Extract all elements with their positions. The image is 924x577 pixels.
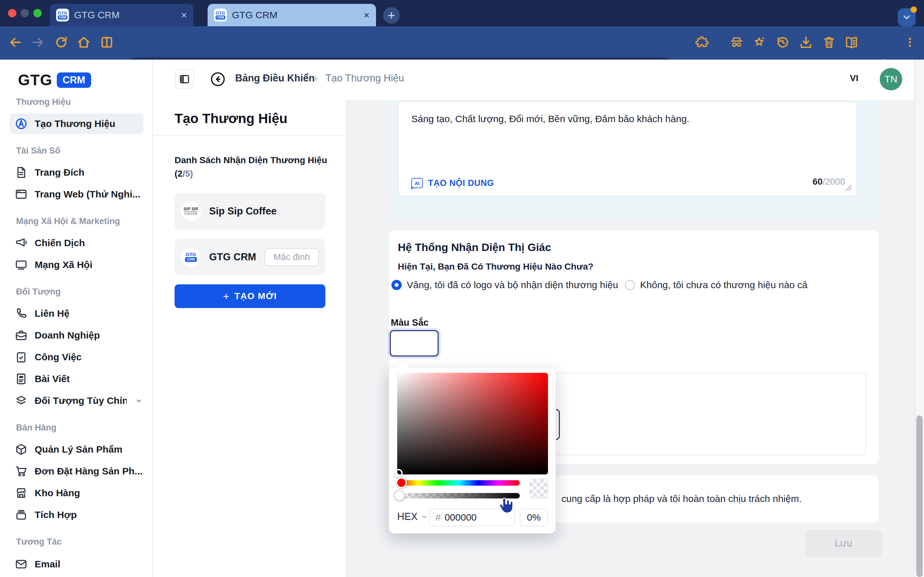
- reading-list-icon[interactable]: [843, 33, 861, 51]
- document-icon: [15, 166, 27, 179]
- breadcrumb-current: Tạo Thương Hiệu: [325, 73, 404, 84]
- resize-handle-icon[interactable]: [845, 184, 852, 191]
- cube-icon: [15, 443, 27, 456]
- sidebar-item-trang-web[interactable]: Trang Web (Thử Nghi...: [10, 184, 144, 205]
- panel-divider: [153, 135, 346, 136]
- breadcrumb-root[interactable]: Bảng Điều Khiển: [235, 73, 315, 84]
- color-swatch-input[interactable]: [390, 330, 439, 356]
- sidebar-item-mang-xa-hoi[interactable]: Mạng Xã Hội: [10, 255, 144, 275]
- hue-slider[interactable]: [397, 480, 520, 486]
- layers-icon: [15, 394, 27, 407]
- color-mode-select[interactable]: HEX: [397, 511, 429, 522]
- sidebar-toggle-button[interactable]: [175, 69, 194, 89]
- sidebar-section-label: Đối Tượng: [16, 282, 61, 301]
- notification-dot: [911, 6, 917, 13]
- site-favicon: GTGCRM: [56, 9, 69, 21]
- sidebar-item-doanh-nghiep[interactable]: Doanh Nghiệp: [10, 325, 144, 346]
- alpha-knob[interactable]: [394, 490, 405, 501]
- reading-mode-icon[interactable]: [98, 33, 116, 51]
- brand-description-card: Sáng tạo, Chất lượng, Đổi mới, Bền vững,…: [389, 100, 879, 221]
- tab-strip: GTGCRM GTG CRM × GTGCRM GTG CRM × +: [0, 0, 924, 26]
- browser-tab-1[interactable]: GTGCRM GTG CRM ×: [50, 4, 194, 26]
- logo-text: GTG: [18, 71, 52, 89]
- clipboard-check-icon: [15, 351, 27, 364]
- site-favicon: GTGCRM: [214, 9, 227, 21]
- forward-icon[interactable]: [29, 33, 47, 51]
- app-logo: GTG CRM: [18, 71, 91, 89]
- sidebar-item-tich-hop[interactable]: Tích Hợp: [10, 504, 144, 525]
- phone-icon: [15, 307, 27, 320]
- monitor-icon: [15, 258, 27, 271]
- language-switcher[interactable]: VI: [850, 73, 858, 83]
- alpha-input[interactable]: 0%: [520, 508, 548, 526]
- browser-toolbar: app.gtgcrm.com/content/brand-identity: [0, 26, 924, 60]
- back-icon[interactable]: [6, 33, 24, 51]
- description-textarea[interactable]: Sáng tạo, Chất lượng, Đổi mới, Bền vững,…: [398, 101, 857, 197]
- brand-count-current: (2: [174, 169, 183, 179]
- tab-title: GTG CRM: [74, 10, 176, 21]
- sidebar-item-cong-viec[interactable]: Công Việc: [10, 347, 144, 367]
- article-icon: [15, 372, 27, 385]
- close-tab-icon[interactable]: ×: [181, 10, 187, 20]
- extensions-icon[interactable]: [693, 33, 711, 51]
- color-picker-popup: HEX # 000000 0%: [389, 367, 556, 533]
- save-button[interactable]: Lưu: [805, 530, 882, 557]
- color-label: Màu Sắc: [391, 318, 429, 328]
- bookmark-sparkle-icon[interactable]: [751, 33, 769, 51]
- zoom-window-button[interactable]: [33, 9, 42, 17]
- close-tab-icon[interactable]: ×: [363, 10, 370, 20]
- sidebar-item-lien-he[interactable]: Liên Hệ: [10, 303, 144, 324]
- sidebar-item-don-dat-hang[interactable]: Đơn Đặt Hàng Sản Ph...: [10, 461, 144, 482]
- trash-icon[interactable]: [820, 33, 838, 51]
- tab-title: GTG CRM: [232, 10, 359, 21]
- downloads-icon[interactable]: [797, 33, 815, 51]
- brand-list-item-sipsip[interactable]: SIP SIP COFFEE Sip Sip Coffee: [174, 193, 325, 229]
- menu-dots-icon[interactable]: [901, 33, 919, 51]
- sidebar-section-label: Bán Hàng: [16, 418, 57, 437]
- incognito-icon[interactable]: [728, 33, 746, 51]
- sidebar-item-doi-tuong-tuy-chinh[interactable]: Đối Tượng Tùy Chỉnh: [10, 390, 144, 411]
- sidebar-item-bai-viet[interactable]: Bài Viết: [10, 369, 144, 389]
- visual-title: Hệ Thống Nhận Diện Thị Giác: [398, 241, 551, 253]
- saturation-area[interactable]: [397, 373, 548, 474]
- tab-search-button[interactable]: [898, 8, 916, 26]
- radio-option-no[interactable]: Không, tôi chưa có thương hiệu nào cả: [625, 279, 808, 290]
- sidebar-item-email[interactable]: Email: [10, 554, 144, 574]
- minimize-window-button[interactable]: [21, 9, 29, 17]
- create-new-button[interactable]: + TẠO MỚI: [174, 284, 325, 308]
- ai-generate-button[interactable]: AI✦ TẠO NỘI DUNG: [411, 178, 494, 188]
- browser-tab-2-active[interactable]: GTGCRM GTG CRM ×: [208, 4, 376, 26]
- page-scrollbar-track[interactable]: [914, 60, 924, 577]
- user-avatar[interactable]: TN: [880, 68, 902, 90]
- home-icon[interactable]: [75, 33, 93, 51]
- hue-knob[interactable]: [396, 477, 407, 488]
- sidebar-item-chien-dich[interactable]: Chiến Dịch: [10, 233, 144, 253]
- sidebar-item-kho-hang[interactable]: Kho Hàng: [10, 483, 144, 503]
- logo-badge: CRM: [57, 73, 91, 88]
- description-text: Sáng tạo, Chất lượng, Đổi mới, Bền vững,…: [411, 113, 844, 124]
- close-window-button[interactable]: [8, 9, 16, 17]
- default-badge-button[interactable]: Mặc định: [264, 248, 319, 266]
- sidebar-item-trang-dich[interactable]: Trang Đích: [10, 162, 144, 183]
- history-icon[interactable]: [774, 33, 792, 51]
- current-color-swatch: [529, 479, 548, 498]
- back-circle-button[interactable]: [210, 71, 226, 87]
- reload-icon[interactable]: [52, 33, 70, 51]
- ai-icon: AI✦: [411, 178, 423, 188]
- brand-name: Sip Sip Coffee: [209, 205, 319, 217]
- new-tab-button[interactable]: +: [383, 7, 400, 24]
- visual-question: Hiện Tại, Bạn Đã Có Thương Hiệu Nào Chưa…: [398, 261, 594, 272]
- brand-name: GTG CRM: [209, 251, 256, 263]
- sidebar-item-quan-ly-san-pham[interactable]: Quản Lý Sản Phẩm: [10, 439, 144, 460]
- sidebar-item-tao-thuong-hieu[interactable]: Tạo Thương Hiệu: [10, 113, 144, 134]
- panel-title: Tạo Thương Hiệu: [174, 111, 288, 126]
- megaphone-icon: [15, 237, 27, 250]
- radio-option-yes[interactable]: Vâng, tôi đã có logo và bộ nhận diện thư…: [391, 279, 618, 290]
- brand-list-item-gtg[interactable]: GTG CRM GTG CRM Mặc định: [174, 239, 325, 276]
- saturation-marker[interactable]: [394, 469, 403, 477]
- sidebar-section-label: Mạng Xã Hội & Marketing: [16, 211, 120, 231]
- page-scrollbar-thumb[interactable]: [916, 416, 923, 577]
- sidebar-section-label: Tương Tác: [16, 532, 61, 551]
- chevron-down-icon: [901, 13, 912, 22]
- page-header: Bảng Điều Khiển › Tạo Thương Hiệu VI TN: [153, 60, 924, 100]
